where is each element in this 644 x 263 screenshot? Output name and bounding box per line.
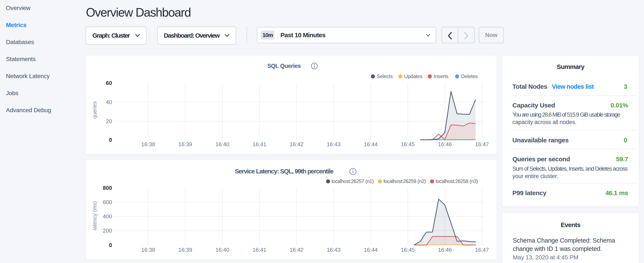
svg-text:Deletes: Deletes [461, 74, 478, 79]
svg-text:600: 600 [103, 199, 112, 205]
svg-text:Selects: Selects [377, 74, 393, 79]
svg-text:16:45: 16:45 [401, 247, 415, 253]
svg-text:200: 200 [103, 227, 112, 234]
svg-text:40: 40 [106, 99, 112, 105]
svg-text:60: 60 [106, 80, 112, 86]
svg-text:400: 400 [103, 213, 112, 220]
svg-text:16:47: 16:47 [475, 247, 489, 253]
svg-text:localhost:26258 (n3): localhost:26258 (n3) [436, 178, 478, 184]
svg-text:20: 20 [106, 118, 112, 124]
svg-text:16:39: 16:39 [178, 141, 192, 147]
svg-text:16:43: 16:43 [327, 141, 340, 147]
svg-text:latency (ms): latency (ms) [92, 201, 98, 230]
svg-text:800: 800 [103, 185, 112, 191]
svg-text:Service Latency: SQL, 99th per: Service Latency: SQL, 99th percentile [235, 168, 334, 175]
svg-text:16:42: 16:42 [290, 247, 304, 253]
svg-text:0: 0 [109, 137, 112, 143]
svg-text:Inserts: Inserts [434, 74, 448, 79]
svg-text:16:45: 16:45 [401, 141, 415, 147]
svg-text:16:41: 16:41 [252, 141, 266, 147]
svg-text:16:44: 16:44 [364, 141, 378, 147]
svg-text:16:38: 16:38 [141, 141, 155, 147]
svg-text:16:43: 16:43 [327, 247, 340, 253]
svg-text:0: 0 [109, 242, 112, 248]
svg-text:SQL Queries: SQL Queries [267, 63, 301, 69]
svg-text:localhost:26259 (n2): localhost:26259 (n2) [384, 178, 426, 184]
svg-text:16:38: 16:38 [141, 247, 155, 253]
svg-text:queries: queries [92, 101, 98, 119]
svg-text:16:40: 16:40 [216, 247, 229, 253]
svg-text:16:42: 16:42 [290, 141, 304, 147]
svg-text:localhost:26257 (n1): localhost:26257 (n1) [332, 178, 374, 184]
svg-text:Updates: Updates [404, 74, 422, 79]
svg-text:16:46: 16:46 [438, 247, 452, 253]
svg-text:16:40: 16:40 [216, 141, 229, 147]
svg-text:16:41: 16:41 [252, 247, 266, 253]
svg-text:16:39: 16:39 [178, 247, 192, 253]
svg-text:16:44: 16:44 [364, 247, 378, 253]
svg-text:16:46: 16:46 [438, 141, 452, 147]
svg-text:16:47: 16:47 [475, 141, 489, 147]
